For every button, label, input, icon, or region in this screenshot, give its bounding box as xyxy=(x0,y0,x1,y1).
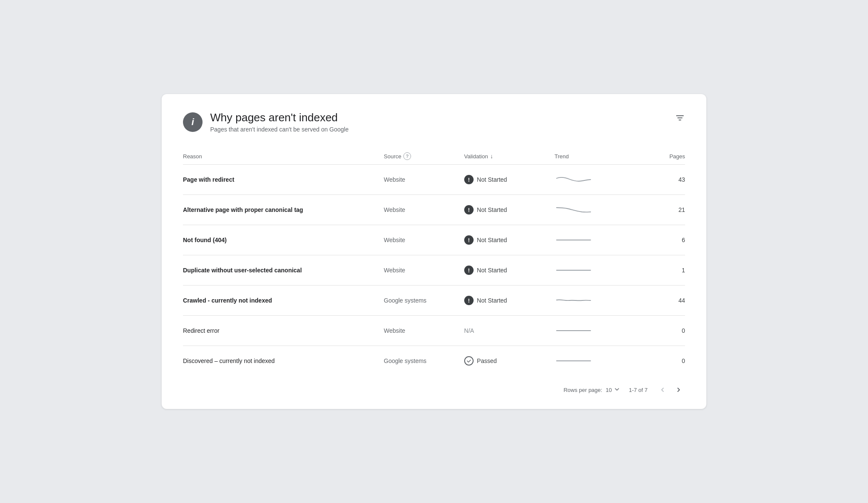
rows-per-page-section: Rows per page: 10 xyxy=(563,386,620,394)
page-title: Why pages aren't indexed xyxy=(210,111,348,124)
trend-cell xyxy=(554,255,635,286)
svg-rect-0 xyxy=(676,115,684,116)
col-validation[interactable]: Validation ↓ xyxy=(464,148,554,165)
next-page-button[interactable] xyxy=(672,383,685,396)
table-footer: Rows per page: 10 1-7 of 7 xyxy=(183,383,685,396)
reason-cell: Discovered – currently not indexed xyxy=(183,346,384,376)
pages-cell: 21 xyxy=(635,195,685,225)
pages-cell: 0 xyxy=(635,316,685,346)
rows-per-page-value: 10 xyxy=(605,387,611,393)
col-source: Source ? xyxy=(384,148,464,165)
trend-cell xyxy=(554,225,635,255)
trend-cell xyxy=(554,165,635,195)
reason-cell: Alternative page with proper canonical t… xyxy=(183,195,384,225)
table-row[interactable]: Not found (404) Website ! Not Started 6 xyxy=(183,225,685,255)
reason-cell: Not found (404) xyxy=(183,225,384,255)
data-table: Reason Source ? Validation ↓ Trend xyxy=(183,148,685,376)
source-help-icon[interactable]: ? xyxy=(403,152,411,160)
card-header: i Why pages aren't indexed Pages that ar… xyxy=(183,111,685,133)
validation-cell: ! Not Started xyxy=(464,225,554,255)
source-cell: Website xyxy=(384,225,464,255)
pages-cell: 44 xyxy=(635,286,685,316)
trend-cell xyxy=(554,286,635,316)
reason-cell: Page with redirect xyxy=(183,165,384,195)
source-cell: Google systems xyxy=(384,346,464,376)
validation-sort-icon: ↓ xyxy=(490,153,493,160)
pagination-nav xyxy=(656,383,685,396)
reason-cell: Duplicate without user-selected canonica… xyxy=(183,255,384,286)
main-card: i Why pages aren't indexed Pages that ar… xyxy=(162,94,706,409)
col-pages: Pages xyxy=(635,148,685,165)
pages-cell: 0 xyxy=(635,346,685,376)
table-row[interactable]: Redirect error Website N/A 0 xyxy=(183,316,685,346)
col-trend: Trend xyxy=(554,148,635,165)
source-cell: Website xyxy=(384,316,464,346)
table-row[interactable]: Discovered – currently not indexed Googl… xyxy=(183,346,685,376)
validation-cell: N/A xyxy=(464,316,554,346)
validation-cell: ! Not Started xyxy=(464,165,554,195)
col-reason: Reason xyxy=(183,148,384,165)
reason-cell: Crawled - currently not indexed xyxy=(183,286,384,316)
rows-per-page-chevron xyxy=(614,386,620,394)
svg-rect-2 xyxy=(679,120,681,120)
table-row[interactable]: Duplicate without user-selected canonica… xyxy=(183,255,685,286)
header-left: i Why pages aren't indexed Pages that ar… xyxy=(183,111,348,133)
rows-per-page-label: Rows per page: xyxy=(563,387,602,393)
table-header-row: Reason Source ? Validation ↓ Trend xyxy=(183,148,685,165)
source-cell: Website xyxy=(384,165,464,195)
trend-cell xyxy=(554,316,635,346)
pages-cell: 43 xyxy=(635,165,685,195)
validation-cell: Passed xyxy=(464,346,554,376)
table-row[interactable]: Crawled - currently not indexed Google s… xyxy=(183,286,685,316)
source-cell: Website xyxy=(384,195,464,225)
validation-cell: ! Not Started xyxy=(464,255,554,286)
table-row[interactable]: Page with redirect Website ! Not Started… xyxy=(183,165,685,195)
page-subtitle: Pages that aren't indexed can't be serve… xyxy=(210,126,348,133)
pages-cell: 6 xyxy=(635,225,685,255)
page-info: 1-7 of 7 xyxy=(629,387,648,393)
pages-cell: 1 xyxy=(635,255,685,286)
rows-per-page-select[interactable]: 10 xyxy=(605,386,620,394)
filter-icon[interactable] xyxy=(675,113,685,126)
svg-rect-1 xyxy=(677,117,682,118)
reason-cell: Redirect error xyxy=(183,316,384,346)
validation-cell: ! Not Started xyxy=(464,286,554,316)
source-cell: Website xyxy=(384,255,464,286)
table-row[interactable]: Alternative page with proper canonical t… xyxy=(183,195,685,225)
header-text: Why pages aren't indexed Pages that aren… xyxy=(210,111,348,133)
validation-cell: ! Not Started xyxy=(464,195,554,225)
source-cell: Google systems xyxy=(384,286,464,316)
trend-cell xyxy=(554,346,635,376)
info-icon: i xyxy=(183,112,203,132)
trend-cell xyxy=(554,195,635,225)
prev-page-button[interactable] xyxy=(656,383,669,396)
